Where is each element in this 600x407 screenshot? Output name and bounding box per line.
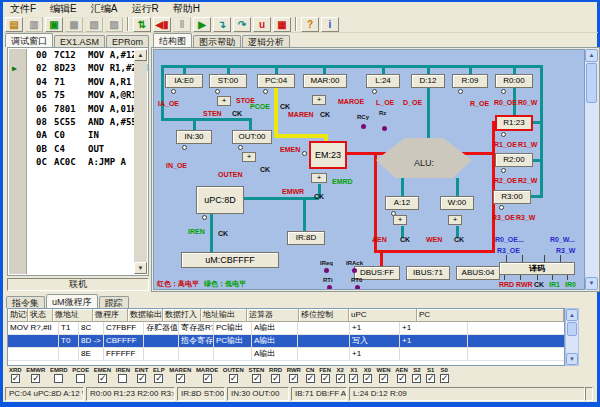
control-signal[interactable]: CN: [306, 367, 315, 386]
signal-checkbox[interactable]: [203, 374, 212, 383]
control-signal[interactable]: WEN: [377, 367, 391, 386]
debug-tab[interactable]: EX1.ASM: [54, 35, 105, 47]
block-ir[interactable]: IR:8D: [287, 231, 325, 245]
signal-checkbox[interactable]: [118, 374, 127, 383]
block-st[interactable]: ST:00: [209, 74, 247, 88]
signal-checkbox[interactable]: [31, 374, 40, 383]
menu-item[interactable]: 汇编A: [84, 2, 125, 16]
view-tab[interactable]: 逻辑分析: [242, 35, 290, 47]
control-signal[interactable]: RRD: [269, 367, 282, 386]
control-signal[interactable]: S0: [440, 367, 449, 386]
signal-checkbox[interactable]: [11, 374, 20, 383]
scroll-down-icon[interactable]: ▼: [134, 262, 147, 274]
signal-checkbox[interactable]: [336, 374, 345, 383]
code-line[interactable]: ▶ 00 7C12 MOV A,#12H: [8, 50, 134, 63]
control-signal[interactable]: STEN: [248, 367, 264, 386]
block-abus[interactable]: ABUS:04: [456, 266, 500, 280]
toolbar-button[interactable]: ▦: [273, 17, 291, 32]
control-signal[interactable]: S2: [412, 367, 421, 386]
menu-item[interactable]: 运行R: [124, 2, 165, 16]
toolbar-button[interactable]: ▧: [85, 17, 103, 32]
table-row[interactable]: MOV R?,#II T1 8C C7FBFF 存贮器值EM 寄存器R? PC输…: [8, 322, 564, 335]
control-signal[interactable]: FEN: [319, 367, 331, 386]
control-signal[interactable]: MAROE: [196, 367, 218, 386]
code-line[interactable]: ▶ 0C AC0C A:JMP A: [8, 157, 134, 170]
control-signal[interactable]: S1: [426, 367, 435, 386]
code-line[interactable]: ▶ 02 8D23 MOV R1,#23H: [8, 63, 134, 76]
control-signal[interactable]: IREN: [116, 367, 130, 386]
block-decoder[interactable]: 译码: [499, 262, 575, 275]
signal-checkbox[interactable]: [154, 374, 163, 383]
control-signal[interactable]: X1: [349, 367, 358, 386]
signal-checkbox[interactable]: [271, 374, 280, 383]
toolbar-button[interactable]: ▤: [5, 17, 23, 32]
scroll-thumb[interactable]: [586, 63, 597, 103]
toolbar-button[interactable]: ↴: [213, 17, 231, 32]
diagram-scrollbar[interactable]: ▲ ▼: [585, 49, 598, 290]
menu-item[interactable]: 编辑E: [43, 2, 84, 16]
signal-checkbox[interactable]: [252, 374, 261, 383]
signal-checkbox[interactable]: [289, 374, 298, 383]
signal-checkbox[interactable]: [54, 374, 63, 383]
micro-tab[interactable]: uM微程序: [46, 294, 98, 308]
block-d[interactable]: D:12: [411, 74, 445, 88]
signal-checkbox[interactable]: [98, 374, 107, 383]
scroll-down-icon[interactable]: ▼: [585, 277, 598, 290]
view-tab[interactable]: 结构图: [153, 33, 192, 47]
signal-checkbox[interactable]: [426, 374, 435, 383]
signal-checkbox[interactable]: [379, 374, 388, 383]
block-in[interactable]: IN:30: [176, 130, 212, 144]
micro-tab[interactable]: 指令集: [6, 296, 45, 308]
toolbar-button[interactable]: ?: [301, 17, 319, 32]
toolbar-button[interactable]: i: [321, 17, 339, 32]
toolbar-button[interactable]: ▥: [25, 17, 43, 32]
toolbar-button[interactable]: ▦: [65, 17, 83, 32]
block-pc[interactable]: PC:04: [257, 74, 295, 88]
signal-checkbox[interactable]: [76, 374, 85, 383]
scroll-up-icon[interactable]: ▲: [585, 49, 598, 62]
code-line[interactable]: ▶ 06 7801 MOV A,01H: [8, 104, 134, 117]
block-r1[interactable]: R1:23: [495, 115, 533, 131]
block-r2[interactable]: R2:00: [495, 153, 533, 167]
control-signal[interactable]: OUTEN: [223, 367, 244, 386]
code-line[interactable]: ▶ 08 5C55 AND A,#55H: [8, 117, 134, 130]
control-signal[interactable]: X2: [336, 367, 345, 386]
block-um[interactable]: uM:CBFFFF: [181, 252, 279, 268]
signal-checkbox[interactable]: [229, 374, 238, 383]
block-upc[interactable]: uPC:8D: [196, 186, 244, 214]
view-tab[interactable]: 图示帮助: [193, 35, 241, 47]
block-r0[interactable]: R0:00: [495, 74, 533, 88]
block-a[interactable]: A:12: [385, 196, 419, 210]
code-line[interactable]: ▶ 0B C4 OUT: [8, 144, 134, 157]
control-signal[interactable]: XRD: [9, 367, 22, 386]
control-signal[interactable]: EINT: [135, 367, 149, 386]
signal-checkbox[interactable]: [440, 374, 449, 383]
code-scrollbar[interactable]: ▲ ▼: [134, 49, 147, 274]
code-line[interactable]: ▶ 04 71 MOV A,R1: [8, 77, 134, 90]
signal-checkbox[interactable]: [321, 374, 330, 383]
control-signal[interactable]: RWR: [287, 367, 301, 386]
scroll-up-icon[interactable]: ▲: [566, 309, 578, 321]
signal-checkbox[interactable]: [306, 374, 315, 383]
toolbar-button[interactable]: ▨: [105, 17, 123, 32]
control-signal[interactable]: EMWR: [26, 367, 45, 386]
block-ibus[interactable]: IBUS:71: [406, 266, 450, 280]
block-r[interactable]: R:09: [452, 74, 488, 88]
menu-item[interactable]: 文件F: [3, 2, 43, 16]
table-scrollbar[interactable]: ▲ ▼: [565, 308, 579, 366]
toolbar-button[interactable]: ↷: [233, 17, 251, 32]
signal-checkbox[interactable]: [397, 374, 406, 383]
control-signal[interactable]: ELP: [153, 367, 165, 386]
menu-item[interactable]: 帮助H: [166, 2, 207, 16]
block-ia[interactable]: IA:E0: [165, 74, 203, 88]
code-line[interactable]: ▶ 0A C0 IN: [8, 130, 134, 143]
debug-tab[interactable]: EPRom: [106, 35, 149, 47]
micro-tab[interactable]: 跟踪: [99, 296, 129, 308]
table-row[interactable]: T0 8D -> CBFFFF 指令寄存器IR PC输出 A输出 写入 +1: [8, 335, 564, 348]
block-mar[interactable]: MAR:00: [303, 74, 347, 88]
control-signal[interactable]: EMRD: [50, 367, 68, 386]
toolbar-button[interactable]: ◀▮: [153, 17, 171, 32]
control-signal[interactable]: PCOE: [72, 367, 89, 386]
debug-tab[interactable]: 调试窗口: [5, 33, 53, 47]
toolbar-button[interactable]: u: [253, 17, 271, 32]
